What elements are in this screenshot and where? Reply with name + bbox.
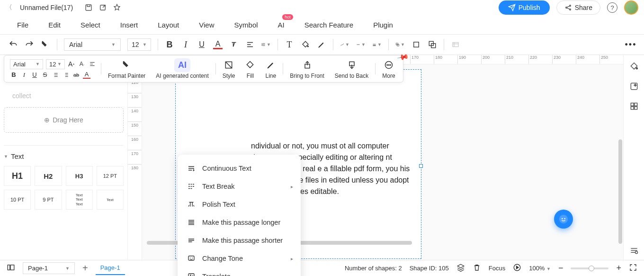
ctx-underline-icon[interactable]: U — [31, 71, 38, 79]
text-preset-h3[interactable]: H3 — [66, 166, 93, 186]
ai-star-icon[interactable] — [629, 82, 639, 93]
line-height-icon[interactable]: ▼ — [261, 40, 271, 49]
menu-file[interactable]: File — [17, 21, 28, 29]
ctx-more[interactable]: More — [378, 58, 399, 79]
ctx-style[interactable]: Style — [219, 58, 239, 79]
ctx-list-icon[interactable] — [52, 71, 59, 79]
menu-ai[interactable]: AIhot — [278, 21, 285, 29]
ctx-text-break[interactable]: Text Break ▸ — [178, 177, 301, 195]
line-style-icon[interactable]: ▼ — [356, 40, 366, 49]
text-preset-h1[interactable]: H1 — [4, 166, 31, 186]
redo-icon[interactable] — [25, 40, 34, 49]
more-icon[interactable]: ••• — [626, 40, 635, 49]
underline-icon[interactable]: U — [197, 40, 206, 49]
text-icon[interactable]: T — [285, 40, 294, 49]
menu-layout[interactable]: Layout — [158, 21, 179, 29]
text-section-header[interactable]: ▼Text — [4, 152, 124, 160]
pen-icon[interactable] — [317, 40, 326, 49]
ctx-italic-icon[interactable]: I — [20, 71, 28, 79]
ctx-send-back[interactable]: Send to Back — [331, 58, 372, 79]
ctx-bring-front[interactable]: Bring to Front — [286, 58, 328, 79]
text-preset-9pt[interactable]: 9 PT — [35, 190, 62, 210]
share-button[interactable]: Share — [556, 0, 600, 15]
scrollbar-vertical[interactable] — [618, 139, 622, 244]
undo-icon[interactable] — [9, 40, 18, 49]
menu-select[interactable]: Select — [80, 21, 100, 29]
zoom-out-icon[interactable]: − — [558, 263, 564, 273]
svg-point-29 — [562, 218, 563, 220]
ctx-font-select[interactable]: Arial▼ — [10, 59, 43, 69]
avatar[interactable] — [624, 0, 638, 15]
bold-icon[interactable]: B — [165, 40, 174, 49]
lock-icon[interactable] — [451, 40, 460, 49]
ctx-line[interactable]: Line — [261, 58, 280, 79]
fullscreen-icon[interactable] — [629, 263, 637, 273]
page-select[interactable]: Page-1▼ — [23, 262, 75, 274]
ctx-fontcolor-icon[interactable]: A — [83, 71, 90, 79]
ctx-ai-content[interactable]: AI AI generated content — [152, 58, 212, 79]
inc-font-icon[interactable]: A+ — [68, 60, 75, 68]
ctx-make-longer[interactable]: Make this passage longer — [178, 213, 301, 231]
ctx-continuous-text[interactable]: Continuous Text — [178, 159, 301, 177]
layers-status-icon[interactable] — [456, 263, 465, 273]
ctx-format-painter[interactable]: Format Painter — [104, 58, 149, 79]
ctx-make-shorter[interactable]: Make this passage shorter — [178, 231, 301, 249]
fill-icon[interactable] — [301, 40, 310, 49]
clear-format-icon[interactable] — [229, 40, 239, 49]
play-icon[interactable] — [513, 263, 521, 273]
fill-bucket-icon[interactable] — [629, 62, 639, 73]
italic-icon[interactable]: I — [181, 40, 190, 49]
line-weight-icon[interactable]: ▼ — [372, 40, 382, 49]
layers-icon[interactable] — [428, 40, 437, 49]
size-select[interactable]: 12▼ — [127, 38, 151, 51]
ctx-polish-text[interactable]: Polish Text — [178, 195, 301, 213]
drag-zone[interactable]: ⊕ Drag Here — [4, 107, 124, 133]
menu-symbol[interactable]: Symbol — [234, 21, 258, 29]
text-preset-h2[interactable]: H2 — [35, 166, 62, 186]
zoom-label[interactable]: 100% ▼ — [529, 265, 551, 272]
ctx-numlist-icon[interactable] — [62, 71, 70, 79]
ctx-bold-icon[interactable]: B — [10, 71, 18, 79]
zoom-slider[interactable] — [571, 267, 608, 269]
page-tab-1[interactable]: Page-1 — [96, 261, 125, 275]
ctx-fill[interactable]: Fill — [242, 58, 259, 79]
font-select[interactable]: Arial▼ — [64, 38, 121, 51]
connector-icon[interactable]: ▼ — [340, 40, 349, 49]
menu-search[interactable]: Search Feature — [304, 21, 353, 29]
dec-font-icon[interactable]: A- — [78, 60, 86, 68]
text-preset-12pt[interactable]: 12 PT — [97, 166, 124, 186]
arrange-icon[interactable]: ▼ — [395, 40, 405, 49]
ctx-size-select[interactable]: 12▼ — [46, 59, 65, 69]
ctx-translate[interactable]: Translate ▸ — [178, 267, 301, 276]
ctx-clear-icon[interactable]: ab — [72, 71, 80, 79]
text-preset-small[interactable]: Text — [97, 190, 124, 210]
text-preset-para[interactable]: Text Text Text — [66, 190, 93, 210]
align-icon[interactable] — [245, 40, 255, 49]
back-button[interactable]: 〈 — [6, 3, 12, 12]
format-painter-icon[interactable] — [41, 40, 50, 49]
menu-view[interactable]: View — [199, 21, 214, 29]
trash-icon[interactable] — [473, 263, 481, 273]
focus-label[interactable]: Focus — [489, 265, 505, 272]
ctx-strike-icon[interactable]: S — [41, 71, 49, 79]
settings-list-icon[interactable] — [629, 246, 639, 257]
ctx-change-tone[interactable]: Change Tone ▸ — [178, 249, 301, 267]
group-icon[interactable] — [411, 40, 421, 49]
font-color-icon[interactable]: A — [213, 40, 223, 49]
save-icon[interactable] — [84, 3, 93, 12]
zoom-in-icon[interactable]: + — [616, 263, 621, 273]
help-icon[interactable]: ? — [607, 2, 617, 13]
grid-icon[interactable] — [629, 101, 639, 113]
main-toolbar: Arial▼ 12▼ B I U A ▼ T ▼ ▼ ▼ ▼ ••• — [0, 34, 644, 55]
publish-button[interactable]: Publish — [499, 0, 550, 15]
add-page-icon[interactable]: + — [82, 263, 88, 274]
menu-insert[interactable]: Insert — [120, 21, 138, 29]
menu-edit[interactable]: Edit — [48, 21, 61, 29]
outline-icon[interactable] — [7, 263, 15, 273]
star-icon[interactable] — [113, 3, 121, 12]
text-preset-10pt[interactable]: 10 PT — [4, 190, 31, 210]
export-icon[interactable] — [98, 3, 107, 12]
menu-plugin[interactable]: Plugin — [373, 21, 393, 29]
ctx-align-icon[interactable] — [89, 60, 96, 68]
chat-fab[interactable] — [554, 210, 573, 229]
